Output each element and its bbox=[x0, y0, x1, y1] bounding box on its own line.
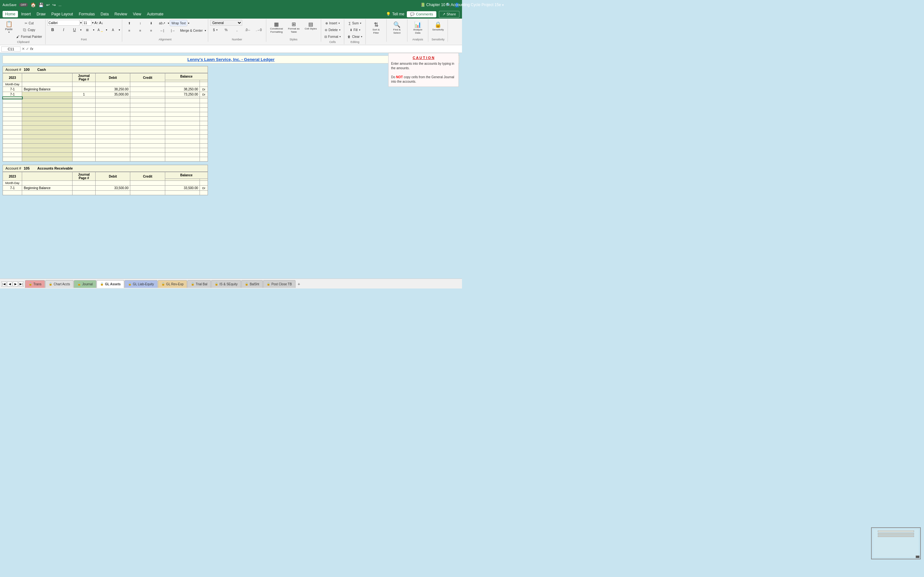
e3[interactable] bbox=[72, 139, 95, 143]
e4[interactable] bbox=[95, 126, 130, 130]
font-size-input[interactable] bbox=[82, 20, 91, 26]
e4[interactable] bbox=[95, 143, 130, 148]
e1[interactable] bbox=[3, 126, 22, 130]
menu-draw[interactable]: Draw bbox=[34, 11, 48, 17]
percent-button[interactable]: % bbox=[221, 27, 231, 33]
e3[interactable] bbox=[72, 121, 95, 126]
ar-date1[interactable]: 7-1 bbox=[3, 185, 22, 191]
menu-automate[interactable]: Automate bbox=[144, 11, 166, 17]
paste-button[interactable]: 📋 Paste ▾ bbox=[3, 20, 15, 35]
e2[interactable] bbox=[22, 157, 73, 161]
fill-button[interactable]: ⬇ Fill ▾ bbox=[346, 27, 363, 33]
delete-button[interactable]: ⊖ Delete ▾ bbox=[323, 27, 342, 33]
e4[interactable] bbox=[95, 135, 130, 139]
tab-gl-assets[interactable]: 🔒 GL Assets bbox=[97, 280, 124, 288]
home-icon[interactable]: 🏠 bbox=[31, 2, 36, 7]
e3[interactable] bbox=[72, 112, 95, 117]
e6[interactable] bbox=[165, 130, 200, 135]
e6[interactable] bbox=[165, 143, 200, 148]
e4[interactable] bbox=[95, 121, 130, 126]
align-left-button[interactable]: ≡ bbox=[124, 27, 134, 34]
sensitivity-button[interactable]: 🔒 Sensitivity bbox=[430, 20, 446, 33]
share-button[interactable]: ↗ Share bbox=[439, 11, 459, 18]
e3[interactable] bbox=[72, 135, 95, 139]
increase-indent-button[interactable]: |→ bbox=[168, 27, 178, 34]
e4[interactable] bbox=[95, 99, 130, 103]
font-increase-icon[interactable]: A↑ bbox=[94, 21, 99, 25]
e6[interactable] bbox=[165, 117, 200, 121]
font-decrease-icon[interactable]: A↓ bbox=[99, 21, 103, 25]
tab-gl-rev[interactable]: 🔒 GL Rev-Exp bbox=[158, 280, 187, 288]
e2[interactable] bbox=[22, 148, 73, 153]
format-as-table-button[interactable]: ⊞ Format as Table bbox=[286, 20, 302, 35]
ar-jpage1[interactable] bbox=[72, 185, 95, 191]
align-center-button[interactable]: ≡ bbox=[135, 27, 145, 34]
e3[interactable] bbox=[72, 103, 95, 108]
insert-dropdown-icon[interactable]: ▾ bbox=[338, 22, 340, 25]
insert-function-icon[interactable]: fx bbox=[30, 47, 33, 51]
formula-input[interactable] bbox=[35, 47, 461, 51]
number-format-select[interactable]: General Number Currency bbox=[210, 20, 242, 26]
e4[interactable] bbox=[95, 103, 130, 108]
borders-button[interactable]: ⊞ bbox=[82, 27, 92, 33]
customize-qat-icon[interactable]: ... bbox=[58, 3, 61, 7]
e6[interactable] bbox=[165, 157, 200, 161]
tab-chart-accts[interactable]: 🔒 Chart Accts bbox=[45, 280, 73, 288]
decrease-decimal-button[interactable]: .0← bbox=[243, 27, 253, 33]
e5[interactable] bbox=[130, 99, 165, 103]
comma-button[interactable]: , bbox=[232, 27, 242, 33]
e6[interactable] bbox=[165, 112, 200, 117]
e1[interactable] bbox=[3, 117, 22, 121]
menu-review[interactable]: Review bbox=[112, 11, 129, 17]
debit-cell[interactable]: 35,000.00 bbox=[95, 92, 130, 97]
format-dropdown-icon[interactable]: ▾ bbox=[339, 35, 341, 38]
tab-is[interactable]: 🔒 IS & SEquity bbox=[211, 280, 241, 288]
orientation-button[interactable]: ab↗ bbox=[157, 20, 167, 26]
e2[interactable] bbox=[22, 117, 73, 121]
ar-debit1[interactable]: 33,500.00 bbox=[95, 185, 130, 191]
e1[interactable] bbox=[3, 148, 22, 153]
cut-button[interactable]: ✂ Cut bbox=[15, 20, 43, 26]
underline-dropdown-icon[interactable]: ▾ bbox=[80, 29, 81, 31]
e2[interactable] bbox=[22, 139, 73, 143]
bold-button[interactable]: B bbox=[47, 27, 58, 33]
cancel-formula-icon[interactable]: ✕ bbox=[22, 47, 25, 51]
e2[interactable] bbox=[22, 112, 73, 117]
clear-dropdown-icon[interactable]: ▾ bbox=[361, 35, 362, 38]
font-color-dropdown-icon[interactable]: ▾ bbox=[119, 29, 120, 31]
ar-e3[interactable] bbox=[72, 191, 95, 195]
date-cell[interactable]: 7-1 bbox=[3, 87, 22, 92]
align-middle-button[interactable]: ↕ bbox=[135, 20, 145, 26]
e4[interactable] bbox=[95, 112, 130, 117]
e1[interactable] bbox=[3, 108, 22, 112]
e1[interactable] bbox=[3, 143, 22, 148]
e5[interactable] bbox=[130, 153, 165, 157]
autosave-toggle[interactable]: OFF bbox=[19, 3, 28, 7]
tab-trial-bal[interactable]: 🔒 Trial Bal bbox=[187, 280, 211, 288]
borders-dropdown-icon[interactable]: ▾ bbox=[93, 29, 94, 31]
delete-dropdown-icon[interactable]: ▾ bbox=[339, 29, 341, 31]
e3[interactable] bbox=[72, 108, 95, 112]
conditional-formatting-button[interactable]: ▦ Conditional Formatting bbox=[268, 20, 285, 35]
italic-button[interactable]: I bbox=[58, 27, 69, 33]
e6[interactable] bbox=[165, 135, 200, 139]
cell-styles-button[interactable]: ▤ Cell Styles bbox=[303, 20, 319, 32]
ar-e6[interactable] bbox=[165, 191, 200, 195]
redo-icon[interactable]: ↪ bbox=[52, 3, 56, 7]
tab-last-button[interactable]: ▶| bbox=[19, 282, 24, 287]
align-bottom-button[interactable]: ⬇ bbox=[146, 20, 156, 26]
e1[interactable] bbox=[3, 157, 22, 161]
menu-insert[interactable]: Insert bbox=[19, 11, 33, 17]
align-right-button[interactable]: ≡ bbox=[146, 27, 156, 34]
credit-cell[interactable] bbox=[130, 92, 165, 97]
e1[interactable] bbox=[3, 135, 22, 139]
menu-data[interactable]: Data bbox=[98, 11, 111, 17]
tab-journal[interactable]: 🔒 Journal bbox=[74, 280, 96, 288]
menu-formulas[interactable]: Formulas bbox=[76, 11, 97, 17]
e3[interactable] bbox=[72, 99, 95, 103]
tab-prev-button[interactable]: ◀ bbox=[7, 282, 12, 287]
e4[interactable] bbox=[95, 148, 130, 153]
balance-cell[interactable]: 38,250.00 bbox=[165, 87, 200, 92]
e5[interactable] bbox=[130, 112, 165, 117]
e2[interactable] bbox=[22, 135, 73, 139]
